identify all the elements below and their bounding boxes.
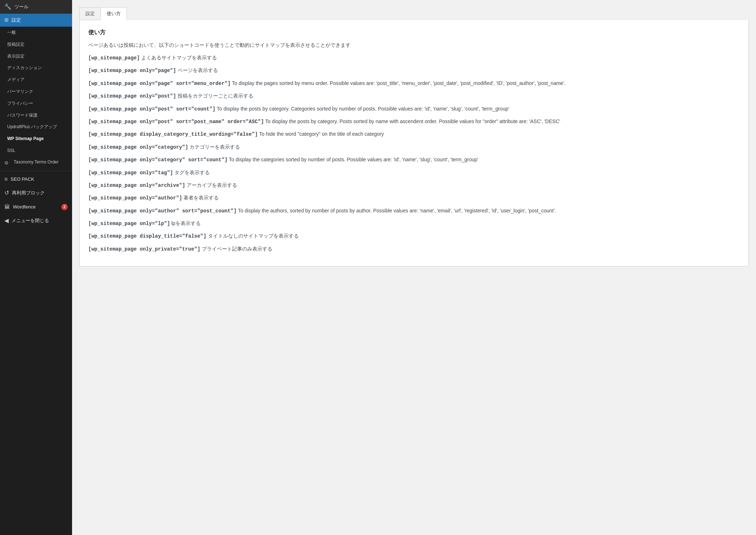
shortcode-entry-11: [wp_sitemap_page only="author"] 著者を表示する: [88, 194, 740, 202]
intro-text: ページあるいは投稿において、以下のショートコードを使うことで動的にサイトマップを…: [88, 42, 740, 49]
shortcode-entry-8: [wp_sitemap_page only="category" sort="c…: [88, 156, 740, 164]
shortcode-entry-2: [wp_sitemap_page only="page" sort="menu_…: [88, 79, 740, 87]
sidebar-item-media[interactable]: メディア: [0, 74, 72, 86]
shortcode-entry-7: [wp_sitemap_page only="category"] カテゴリーを…: [88, 143, 740, 151]
sidebar-item-password[interactable]: パスワード保護: [0, 109, 72, 121]
sidebar-label-writing: 投稿設定: [7, 41, 68, 48]
shortcode-entry-0: [wp_sitemap_page] よくあるサイトマップを表示する: [88, 54, 740, 62]
shortcode-code-0: [wp_sitemap_page]: [88, 55, 140, 61]
shortcode-code-1: [wp_sitemap_page only="page"]: [88, 68, 176, 73]
shortcode-entry-9: [wp_sitemap_page only="tag"] タグを表示する: [88, 168, 740, 177]
tabs-container: 設定 使い方: [79, 7, 749, 20]
sidebar-item-ssl[interactable]: SSL: [0, 145, 72, 157]
sidebar-item-general[interactable]: 一般: [0, 27, 72, 39]
shortcode-entry-1: [wp_sitemap_page only="page"] ページを表示する: [88, 66, 740, 75]
shortcode-code-10: [wp_sitemap_page only="archive"]: [88, 183, 185, 188]
sidebar-divider-1: [0, 171, 72, 171]
sidebar-item-writing[interactable]: 投稿設定: [0, 39, 72, 50]
shortcode-entry-5: [wp_sitemap_page only="post" sort="post_…: [88, 117, 740, 126]
shortcode-entry-3: [wp_sitemap_page only="post"] 投稿をカテゴリーごと…: [88, 92, 740, 100]
shortcode-desc-13: lpを表示する: [170, 220, 201, 226]
sidebar-item-taxonomy[interactable]: ⚙ Taxonomy Terms Order: [0, 157, 72, 169]
sidebar-label-seo-pack: SEO PACK: [10, 176, 68, 183]
sidebar-item-updraftplus[interactable]: UpdraftPlus バックアップ: [0, 121, 72, 133]
content-area: 使い方 ページあるいは投稿において、以下のショートコードを使うことで動的にサイト…: [79, 20, 749, 266]
tools-icon: 🔧: [4, 3, 12, 11]
shortcode-entry-10: [wp_sitemap_page only="archive"] アーカイブを表…: [88, 181, 740, 189]
shortcode-code-12: [wp_sitemap_page only="author" sort="pos…: [88, 208, 237, 214]
sidebar-label-tools: ツール: [14, 4, 68, 10]
shortcode-desc-8: To display the categories sorted by numb…: [227, 157, 478, 162]
sidebar-label-wp-sitemap: WP Sitemap Page: [7, 136, 68, 142]
shortcode-desc-4: To display the posts by category. Catego…: [215, 106, 509, 112]
sidebar-item-discussion[interactable]: ディスカッション: [0, 62, 72, 74]
shortcode-code-2: [wp_sitemap_page only="page" sort="menu_…: [88, 81, 231, 86]
sidebar-label-close-menu: メニューを閉じる: [12, 217, 68, 224]
shortcode-code-14: [wp_sitemap_page display_title="false"]: [88, 233, 206, 239]
sidebar-label-privacy: プライバシー: [7, 100, 68, 107]
shortcode-entry-12: [wp_sitemap_page only="author" sort="pos…: [88, 207, 740, 215]
shortcode-code-6: [wp_sitemap_page display_category_title_…: [88, 131, 258, 137]
shortcode-desc-10: アーカイブを表示する: [185, 182, 237, 188]
shortcode-desc-1: ページを表示する: [176, 67, 218, 73]
shortcode-code-5: [wp_sitemap_page only="post" sort="post_…: [88, 119, 264, 125]
sidebar-item-tools[interactable]: 🔧 ツール: [0, 0, 72, 14]
sidebar-item-reading[interactable]: 表示設定: [0, 50, 72, 62]
sidebar-label-settings: 設定: [12, 17, 68, 23]
sidebar-label-reusable-blocks: 再利用ブロック: [12, 190, 68, 196]
tab-settings-label: 設定: [85, 11, 95, 16]
sidebar-label-password: パスワード保護: [7, 112, 68, 118]
tab-usage-label: 使い方: [107, 11, 121, 16]
shortcode-entry-15: [wp_sitemap_page only_private="true"] プラ…: [88, 245, 740, 253]
sidebar-label-permalink: パーマリンク: [7, 89, 68, 95]
shortcode-desc-6: To hide the word "category" on the title…: [258, 131, 384, 137]
main-content: 設定 使い方 使い方 ページあるいは投稿において、以下のショートコードを使うこと…: [72, 0, 756, 535]
sidebar-label-media: メディア: [7, 77, 68, 83]
sidebar-item-permalink[interactable]: パーマリンク: [0, 86, 72, 98]
sidebar-item-wp-sitemap[interactable]: WP Sitemap Page: [0, 133, 72, 145]
shortcode-desc-2: To display the pages sorted by menu orde…: [231, 80, 566, 86]
sidebar-label-general: 一般: [7, 30, 68, 36]
sidebar: 🔧 ツール ⊞ 設定 一般 投稿設定 表示設定 ディスカッション メディア パー…: [0, 0, 72, 535]
tab-settings[interactable]: 設定: [79, 7, 101, 20]
shortcode-code-8: [wp_sitemap_page only="category" sort="c…: [88, 157, 227, 163]
shortcode-code-11: [wp_sitemap_page only="author"]: [88, 195, 182, 201]
sidebar-item-seo-pack[interactable]: ≡ SEO PACK: [0, 172, 72, 186]
sidebar-label-ssl: SSL: [7, 148, 68, 154]
sidebar-label-discussion: ディスカッション: [7, 65, 68, 71]
shortcode-code-7: [wp_sitemap_page only="category"]: [88, 144, 188, 150]
sidebar-label-taxonomy: Taxonomy Terms Order: [14, 159, 68, 165]
content-title: 使い方: [88, 29, 740, 36]
sidebar-label-reading: 表示設定: [7, 53, 68, 59]
shortcode-desc-0: よくあるサイトマップを表示する: [140, 55, 217, 60]
shortcode-code-15: [wp_sitemap_page only_private="true"]: [88, 246, 200, 252]
shortcode-code-9: [wp_sitemap_page only="tag"]: [88, 170, 173, 176]
shortcode-desc-11: 著者を表示する: [182, 195, 219, 201]
shortcode-desc-3: 投稿をカテゴリーごとに表示する: [176, 93, 253, 99]
shortcode-entry-4: [wp_sitemap_page only="post" sort="count…: [88, 105, 740, 113]
wordfence-badge: 2: [61, 204, 68, 210]
shortcode-desc-12: To display the authors, sorted by number…: [237, 208, 556, 213]
sidebar-item-wordfence[interactable]: 🏛 Wordfence 2: [0, 200, 72, 214]
shortcode-desc-7: カテゴリーを表示する: [188, 144, 240, 150]
shortcode-desc-5: To display the posts by category. Posts …: [264, 118, 560, 124]
sidebar-label-updraftplus: UpdraftPlus バックアップ: [7, 124, 68, 130]
reusable-blocks-icon: ↺: [4, 189, 9, 197]
sidebar-item-settings[interactable]: ⊞ 設定: [0, 14, 72, 27]
wordfence-icon: 🏛: [4, 203, 10, 211]
settings-icon: ⊞: [4, 17, 9, 24]
shortcode-entry-6: [wp_sitemap_page display_category_title_…: [88, 130, 740, 138]
shortcode-code-3: [wp_sitemap_page only="post"]: [88, 93, 176, 99]
sidebar-item-privacy[interactable]: プライバシー: [0, 98, 72, 109]
tab-usage[interactable]: 使い方: [101, 7, 127, 20]
sidebar-label-wordfence: Wordfence: [13, 204, 58, 210]
shortcode-entry-13: [wp_sitemap_page only="lp"] lpを表示する: [88, 219, 740, 228]
sidebar-item-reusable-blocks[interactable]: ↺ 再利用ブロック: [0, 186, 72, 200]
shortcode-entry-14: [wp_sitemap_page display_title="false"] …: [88, 232, 740, 240]
sidebar-item-close-menu[interactable]: ◀ メニューを閉じる: [0, 214, 72, 228]
shortcode-code-4: [wp_sitemap_page only="post" sort="count…: [88, 106, 215, 112]
shortcode-desc-9: タグを表示する: [173, 170, 210, 175]
shortcode-desc-15: プライベート記事のみ表示する: [200, 246, 272, 252]
close-menu-icon: ◀: [4, 217, 9, 225]
seo-pack-icon: ≡: [4, 175, 8, 183]
